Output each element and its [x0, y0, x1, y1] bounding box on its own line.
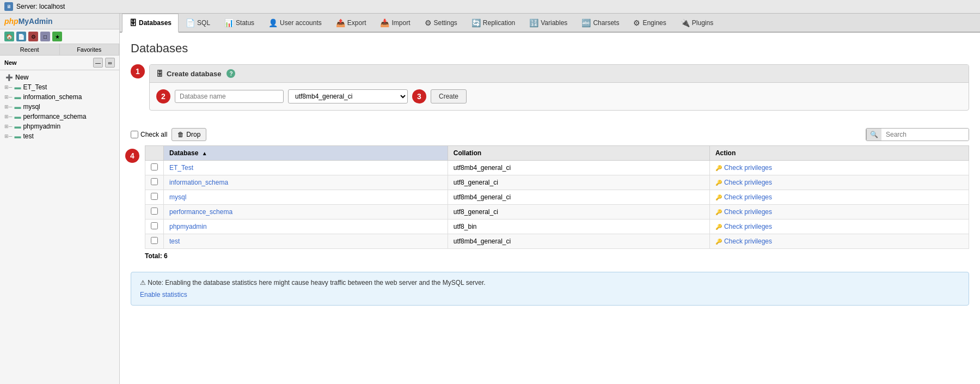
tab-charsets[interactable]: 🔤 Charsets [574, 14, 626, 32]
row-db-cell: information_schema [164, 175, 448, 190]
db-name-link[interactable]: ET_Test [169, 164, 193, 172]
sidebar-db-label: performance_schema [23, 113, 86, 120]
db-name-link[interactable]: performance_schema [169, 208, 232, 216]
col-database-label: Database [169, 149, 198, 157]
row-db-cell: mysql [164, 190, 448, 205]
empty-icon[interactable]: □ [40, 32, 50, 41]
sidebar-toolbar-label: New [4, 59, 17, 66]
help-icon[interactable]: ? [226, 69, 235, 78]
col-checkbox [145, 146, 164, 161]
db-name-link[interactable]: information_schema [169, 179, 228, 186]
row-checkbox[interactable] [151, 178, 158, 185]
db-tree-icon: ⊞─ [4, 124, 12, 129]
database-name-input[interactable] [175, 90, 284, 103]
row-collation-cell: utf8_bin [448, 220, 709, 234]
row-checkbox-cell [145, 234, 164, 249]
db-tree-icon: ⊞─ [4, 84, 12, 90]
sort-arrow-up: ▲ [202, 150, 207, 156]
enable-statistics-link[interactable]: Enable statistics [140, 291, 187, 298]
sidebar-item-test[interactable]: ⊞─ ▬ test [0, 131, 119, 141]
create-database-button[interactable]: Create [431, 89, 467, 103]
db-color-icon: ▬ [14, 132, 21, 140]
row-action-cell: 🔑Check privileges [709, 220, 969, 234]
import-tab-icon: 📥 [380, 19, 389, 27]
export-tab-label: Export [347, 19, 366, 27]
replication-tab-label: Replication [483, 19, 515, 27]
tab-import[interactable]: 📥 Import [373, 14, 417, 32]
databases-tab-label: Databases [139, 19, 171, 27]
check-privileges-link[interactable]: 🔑Check privileges [715, 237, 963, 245]
row-collation-cell: utf8mb4_general_ci [448, 190, 709, 205]
col-database[interactable]: Database ▲ [164, 146, 448, 161]
new-label: New [15, 74, 29, 81]
tab-recent[interactable]: Recent [0, 44, 60, 55]
tab-favorites[interactable]: Favorites [60, 44, 120, 55]
check-privileges-link[interactable]: 🔑Check privileges [715, 193, 963, 201]
top-bar: 🖥 Server: localhost [0, 0, 980, 14]
db-name-link[interactable]: mysql [169, 193, 186, 201]
check-all-checkbox[interactable] [131, 131, 138, 138]
sidebar-item-information-schema[interactable]: ⊞─ ▬ information_schema [0, 92, 119, 102]
sidebar: phpMyAdmin 🏠 📄 ⚙ □ ★ Recent Favorites Ne… [0, 14, 120, 384]
collapse-btn[interactable]: — [93, 58, 103, 68]
tab-sql[interactable]: 📄 SQL [179, 14, 217, 32]
user-accounts-tab-label: User accounts [280, 19, 322, 27]
check-privileges-link[interactable]: 🔑Check privileges [715, 164, 963, 172]
search-input[interactable] [881, 129, 969, 141]
row-checkbox-cell [145, 205, 164, 220]
docs-icon[interactable]: 📄 [16, 32, 26, 41]
sidebar-item-new[interactable]: ➕ New [0, 72, 119, 82]
tab-databases[interactable]: 🗄 Databases [122, 14, 179, 33]
db-color-icon: ▬ [14, 83, 21, 91]
drop-button[interactable]: 🗑 Drop [171, 128, 206, 141]
status-tab-icon: 📊 [224, 19, 234, 27]
tab-engines[interactable]: ⚙ Engines [626, 14, 673, 32]
sidebar-item-performance-schema[interactable]: ⊞─ ▬ performance_schema [0, 112, 119, 121]
tab-variables[interactable]: 🔢 Variables [522, 14, 574, 32]
engines-tab-icon: ⚙ [633, 19, 640, 27]
collation-select[interactable]: utf8mb4_general_ci utf8_general_ci utf8_… [288, 89, 408, 103]
check-privileges-link[interactable]: 🔑Check privileges [715, 223, 963, 230]
row-checkbox[interactable] [151, 193, 158, 200]
row-db-cell: phpmyadmin [164, 220, 448, 234]
sidebar-item-phpmyadmin[interactable]: ⊞─ ▬ phpmyadmin [0, 121, 119, 131]
check-privileges-link[interactable]: 🔑Check privileges [715, 179, 963, 186]
user-accounts-tab-icon: 👤 [268, 19, 278, 27]
db-name-link[interactable]: phpmyadmin [169, 223, 207, 230]
main-layout: phpMyAdmin 🏠 📄 ⚙ □ ★ Recent Favorites Ne… [0, 14, 980, 384]
tab-user-accounts[interactable]: 👤 User accounts [261, 14, 329, 32]
table-row: performance_schema utf8_general_ci 🔑Chec… [145, 205, 969, 220]
row-checkbox[interactable] [151, 222, 158, 229]
col-action: Action [709, 146, 969, 161]
star-icon[interactable]: ★ [52, 32, 62, 41]
row-checkbox[interactable] [151, 208, 158, 215]
search-icon[interactable]: 🔍 [866, 129, 881, 141]
logo-myadmin: MyAdmin [19, 17, 53, 26]
import-tab-label: Import [391, 19, 410, 27]
row-action-cell: 🔑Check privileges [709, 234, 969, 249]
col-collation[interactable]: Collation [448, 146, 709, 161]
check-all-button[interactable]: Check all [131, 131, 167, 138]
row-checkbox[interactable] [151, 237, 158, 244]
settings-icon[interactable]: ⚙ [28, 32, 38, 41]
step2-circle: 2 [156, 89, 170, 103]
table-row: phpmyadmin utf8_bin 🔑Check privileges [145, 220, 969, 234]
db-name-link[interactable]: test [169, 237, 180, 245]
sidebar-item-mysql[interactable]: ⊞─ ▬ mysql [0, 102, 119, 112]
db-tree-icon: ⊞─ [4, 104, 12, 109]
tab-plugins[interactable]: 🔌 Plugins [673, 14, 720, 32]
sql-tab-label: SQL [197, 19, 210, 27]
tab-export[interactable]: 📤 Export [329, 14, 373, 32]
logo-php: php [4, 17, 19, 26]
home-icon[interactable]: 🏠 [4, 32, 14, 41]
check-privileges-link[interactable]: 🔑Check privileges [715, 208, 963, 216]
expand-btn[interactable]: ∞ [105, 58, 115, 68]
plugins-tab-icon: 🔌 [681, 19, 690, 27]
sidebar-item-et-test[interactable]: ⊞─ ▬ ET_Test [0, 82, 119, 92]
tab-replication[interactable]: 🔄 Replication [464, 14, 522, 32]
tab-status[interactable]: 📊 Status [217, 14, 261, 32]
create-db-header: 🗄 Create database ? [150, 65, 969, 83]
sidebar-db-label: phpmyadmin [23, 123, 60, 130]
tab-settings[interactable]: ⚙ Settings [418, 14, 464, 32]
row-checkbox[interactable] [151, 163, 158, 170]
